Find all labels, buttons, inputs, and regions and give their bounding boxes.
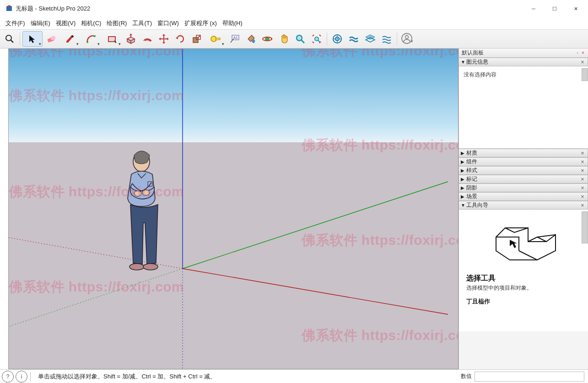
menu-edit[interactable]: 编辑(E): [28, 18, 53, 29]
panel-head-tags[interactable]: ▶标记×: [459, 175, 588, 183]
panel-head-entity-info[interactable]: ▼ 图元信息 ×: [459, 58, 588, 66]
panel-head-components[interactable]: ▶组件×: [459, 157, 588, 166]
pin-icon[interactable]: ▫: [575, 51, 580, 55]
svg-point-66: [143, 264, 158, 270]
svg-marker-4: [29, 35, 35, 43]
svg-line-3: [11, 40, 13, 43]
instructor-tool-desc: 选择模型中的项目和对象。: [459, 284, 588, 296]
svg-rect-26: [193, 38, 198, 43]
panel-label: 材质: [466, 149, 477, 157]
workspace: 佛系软件 https://foxirj.com 佛系软件 https://fox…: [0, 49, 588, 369]
pan-tool[interactable]: [276, 31, 291, 47]
chevron-right-icon: ▶: [461, 177, 466, 182]
menu-window[interactable]: 窗口(W): [155, 18, 182, 29]
panel-label: 标记: [466, 175, 477, 183]
extension-warehouse-tool[interactable]: [346, 31, 361, 47]
menu-tools[interactable]: 工具(T): [129, 18, 155, 29]
svg-point-65: [129, 264, 144, 270]
chevron-down-icon: ▼: [461, 59, 466, 65]
tray-close-icon[interactable]: ×: [581, 51, 585, 55]
statusbar: ? i 单击或拖动以选择对象。Shift = 加/减。Ctrl = 加。Shif…: [0, 369, 588, 383]
panel-close-icon[interactable]: ×: [579, 150, 586, 156]
paint-bucket-tool[interactable]: [243, 31, 259, 47]
panel-close-icon[interactable]: ×: [579, 167, 586, 174]
menu-view[interactable]: 视图(V): [53, 18, 78, 29]
outliner-tool[interactable]: [379, 31, 394, 47]
minimize-button[interactable]: ─: [523, 1, 544, 16]
svg-marker-41: [313, 35, 314, 36]
menu-draw[interactable]: 绘图(R): [104, 18, 129, 29]
value-input[interactable]: [475, 372, 584, 382]
rotate-tool[interactable]: [173, 31, 188, 47]
eraser-tool[interactable]: [43, 31, 59, 47]
panel-head-materials[interactable]: ▶材质×: [459, 149, 588, 157]
svg-marker-43: [313, 42, 314, 43]
scale-figure: [114, 149, 173, 277]
viewport-3d[interactable]: 佛系软件 https://foxirj.com 佛系软件 https://fox…: [8, 49, 459, 369]
svg-line-59: [8, 269, 183, 333]
close-button[interactable]: ✕: [565, 1, 586, 16]
panel-close-icon[interactable]: ×: [579, 185, 586, 191]
panel-close-icon[interactable]: ×: [579, 194, 586, 200]
menu-file[interactable]: 文件(F): [3, 18, 28, 29]
chevron-right-icon: ▶: [461, 168, 466, 173]
scrollbar-thumb[interactable]: [582, 68, 588, 81]
svg-rect-11: [108, 37, 115, 42]
panel-head-shadows[interactable]: ▶阴影×: [459, 183, 588, 192]
menu-help[interactable]: 帮助(H): [220, 18, 245, 29]
move-tool[interactable]: [156, 31, 172, 47]
menu-camera[interactable]: 相机(C): [78, 18, 104, 29]
menubar: 文件(F) 编辑(E) 视图(V) 相机(C) 绘图(R) 工具(T) 窗口(W…: [0, 17, 588, 29]
svg-marker-18: [150, 39, 152, 42]
zoom-extents-tool[interactable]: [309, 31, 324, 47]
panel-close-icon[interactable]: ×: [579, 159, 586, 165]
rectangle-tool[interactable]: [102, 31, 122, 47]
menu-ext[interactable]: 扩展程序 (x): [182, 18, 220, 29]
scrollbar-thumb[interactable]: [582, 211, 588, 243]
panel-head-instructor[interactable]: ▼ 工具向导 ×: [459, 201, 588, 210]
svg-point-35: [252, 39, 255, 43]
app-icon: [5, 5, 13, 12]
panel-label: 阴影: [466, 184, 477, 192]
select-tool[interactable]: [22, 31, 43, 47]
search-icon[interactable]: [2, 31, 17, 47]
panel-close-icon[interactable]: ×: [579, 202, 586, 209]
svg-rect-30: [216, 38, 220, 40]
tray-title[interactable]: 默认面板 ▫ ×: [459, 49, 588, 58]
pencil-tool[interactable]: [60, 31, 80, 47]
svg-marker-42: [319, 35, 321, 36]
maximize-button[interactable]: ☐: [544, 1, 565, 16]
svg-line-46: [318, 40, 320, 42]
info-icon[interactable]: i: [16, 371, 27, 383]
tape-measure-tool[interactable]: [205, 31, 226, 47]
panel-label: 组件: [466, 158, 477, 166]
svg-point-63: [134, 191, 141, 196]
warehouse-tool[interactable]: [329, 31, 345, 47]
panel-entity-info: ▼ 图元信息 × 没有选择内容: [459, 58, 588, 149]
window-controls: ─ ☐ ✕: [523, 1, 586, 16]
chevron-right-icon: ▶: [461, 159, 466, 164]
svg-marker-21: [162, 34, 165, 36]
panel-head-scenes[interactable]: ▶场景×: [459, 192, 588, 201]
chevron-right-icon: ▶: [461, 151, 466, 156]
svg-rect-0: [6, 6, 12, 11]
pushpull-tool[interactable]: [123, 31, 139, 47]
svg-line-57: [183, 182, 448, 269]
panel-close-icon[interactable]: ×: [579, 59, 586, 65]
offset-tool[interactable]: [140, 31, 155, 47]
arc-tool[interactable]: [81, 31, 101, 47]
svg-marker-68: [496, 228, 556, 260]
scale-tool[interactable]: [189, 31, 205, 47]
layers-tool[interactable]: [362, 31, 378, 47]
signin-tool[interactable]: ▾: [399, 31, 415, 47]
text-tool[interactable]: A1: [227, 31, 242, 47]
geo-location-icon[interactable]: ?: [2, 371, 14, 383]
panel-close-icon[interactable]: ×: [579, 176, 586, 183]
chevron-right-icon: ▶: [461, 194, 466, 199]
zoom-tool[interactable]: [292, 31, 308, 47]
svg-point-45: [315, 37, 318, 41]
panel-head-styles[interactable]: ▶样式×: [459, 166, 588, 175]
orbit-tool[interactable]: [259, 31, 275, 47]
svg-line-40: [301, 40, 304, 43]
panel-label: 图元信息: [466, 58, 488, 66]
